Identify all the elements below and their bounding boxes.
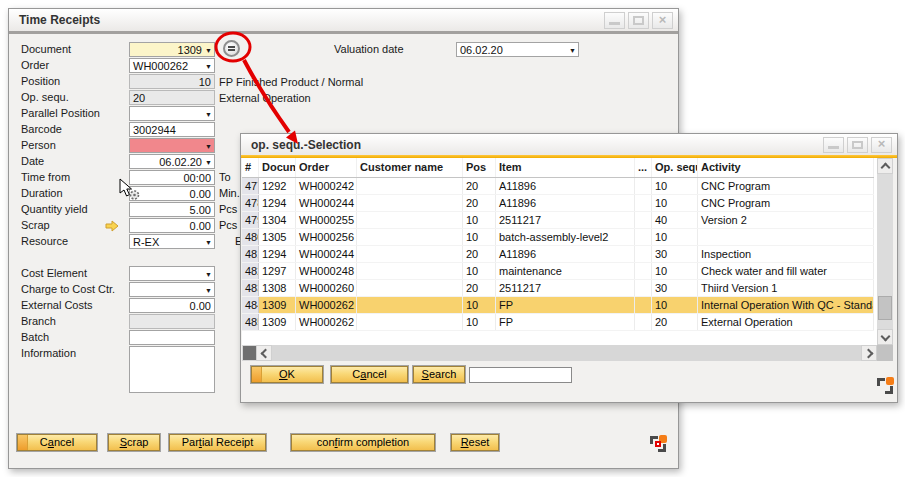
combo-arrow-icon[interactable]: ▼ <box>205 62 212 71</box>
date-field[interactable]: 06.02.20 ▼ <box>129 154 215 169</box>
duration-field[interactable]: 0.00 <box>129 186 215 201</box>
duration-unit-label: Min. <box>219 186 240 201</box>
time-from-label: Time from <box>21 170 125 185</box>
scrap-unit-label: Pcs <box>219 218 237 233</box>
combo-arrow-icon[interactable]: ▼ <box>205 238 212 247</box>
column-header[interactable]: Item <box>496 158 635 177</box>
list-lines-icon <box>228 46 235 48</box>
item-description-text: FP Finished Product / Normal <box>219 75 363 90</box>
combo-arrow-icon[interactable]: ▼ <box>205 286 212 295</box>
screen: Time Receipts × Document 1309 ▼ Order WH… <box>0 0 905 477</box>
batch-field[interactable] <box>129 330 215 345</box>
time-from-field[interactable]: 00:00 <box>129 170 215 185</box>
combo-arrow-icon[interactable]: ▼ <box>205 46 212 55</box>
branch-label: Branch <box>21 314 125 329</box>
chevron-left-icon <box>261 349 271 359</box>
quantity-yield-field[interactable]: 5.00 <box>129 202 215 217</box>
scroll-up-button[interactable] <box>877 158 893 174</box>
op-sequ-label: Op. sequ. <box>21 90 125 105</box>
minimize-icon <box>609 22 620 25</box>
table-row[interactable]: 4851309WH00026210FP20External Operation <box>242 314 874 331</box>
ok-button[interactable]: OK <box>251 366 323 383</box>
maximize-icon <box>633 16 644 25</box>
barcode-field[interactable]: 3002944 <box>129 122 215 137</box>
column-header[interactable]: Activity <box>698 158 874 177</box>
popup-maximize-button[interactable] <box>847 137 868 153</box>
table-row[interactable]: 4821297WH00024810maintenance10Check wate… <box>242 263 874 280</box>
parallel-position-label: Parallel Position <box>21 106 125 121</box>
quantity-unit-label: Pcs <box>219 202 237 217</box>
maximize-button[interactable] <box>628 12 649 29</box>
cancel-button[interactable]: Cancel <box>17 434 97 451</box>
scrollbar-thumb[interactable] <box>243 346 256 360</box>
document-label: Document <box>21 42 125 57</box>
combo-arrow-icon[interactable]: ▼ <box>569 46 576 55</box>
charge-to-cost-ctr-label: Charge to Cost Ctr. <box>21 282 125 297</box>
person-label: Person <box>21 138 125 153</box>
scrollbar-thumb[interactable] <box>878 296 892 320</box>
expand-form-icon[interactable] <box>877 377 894 394</box>
valuation-date-field[interactable]: 06.02.20 ▼ <box>456 42 579 57</box>
choose-from-list-button[interactable] <box>223 40 240 57</box>
external-costs-field[interactable]: 0.00 <box>129 298 215 313</box>
column-header[interactable]: Pos <box>463 158 496 177</box>
partial-receipt-button[interactable]: Partial Receipt <box>169 434 266 451</box>
expand-form-icon[interactable] <box>650 435 667 452</box>
resource-label: Resource <box>21 234 125 249</box>
search-button[interactable]: Search <box>413 366 465 383</box>
list-lines-icon <box>228 49 235 51</box>
minimize-button[interactable] <box>604 12 625 29</box>
vertical-scrollbar[interactable] <box>877 158 893 345</box>
scrap-button[interactable]: Scrap <box>108 434 160 451</box>
document-field[interactable]: 1309 ▼ <box>129 42 215 57</box>
scroll-down-button[interactable] <box>877 329 893 345</box>
scroll-left-button[interactable] <box>256 345 272 361</box>
table-row[interactable]: 4791304WH00025510251121740Version 2 <box>242 212 874 229</box>
table-row[interactable]: 4831308WH00026020251121730Thiird Version… <box>242 280 874 297</box>
branch-field <box>129 314 215 329</box>
horizontal-scrollbar[interactable] <box>242 345 877 361</box>
time-to-label: To <box>219 170 231 185</box>
cost-element-field[interactable]: ▼ <box>129 266 215 281</box>
popup-title-bar[interactable]: op. sequ.-Selection × <box>241 134 897 155</box>
column-header[interactable]: Customer name <box>357 158 463 177</box>
chevron-up-icon <box>881 163 891 173</box>
information-field[interactable] <box>129 346 215 393</box>
column-header[interactable]: Op. sequ. <box>652 158 698 177</box>
combo-arrow-icon[interactable]: ▼ <box>205 270 212 279</box>
close-button[interactable]: × <box>652 12 673 29</box>
table-row-selected[interactable]: 4841309WH00026210FP10Internal Operation … <box>242 297 874 314</box>
scrap-field[interactable]: 0.00 <box>129 218 215 233</box>
chevron-right-icon <box>864 349 874 359</box>
person-field[interactable]: ▼ <box>129 138 215 153</box>
table-row[interactable]: 4771292WH00024220A1189610CNC Program <box>242 178 874 195</box>
parallel-position-field[interactable]: ▼ <box>129 106 215 121</box>
combo-arrow-icon[interactable]: ▼ <box>205 158 212 167</box>
reset-button[interactable]: Reset <box>451 434 499 451</box>
popup-cancel-button[interactable]: Cancel <box>331 366 408 383</box>
external-costs-label: External Costs <box>21 298 125 313</box>
column-header[interactable]: ... <box>635 158 652 177</box>
scroll-right-button[interactable] <box>861 345 877 361</box>
popup-minimize-button[interactable] <box>823 137 844 153</box>
table-row[interactable]: 4801305WH00025610batch-assembly-level210 <box>242 229 874 246</box>
combo-arrow-icon[interactable]: ▼ <box>205 142 212 151</box>
title-bar[interactable]: Time Receipts × <box>9 9 678 31</box>
quantity-yield-label: Quantity yield <box>21 202 125 217</box>
resource-field[interactable]: R-EX ▼ <box>129 234 215 249</box>
table-row[interactable]: 4781294WH00024420A1189610CNC Program <box>242 195 874 212</box>
search-input[interactable] <box>469 367 572 383</box>
charge-to-cost-ctr-field[interactable]: ▼ <box>129 282 215 297</box>
combo-arrow-icon[interactable]: ▼ <box>205 110 212 119</box>
position-field: 10 <box>129 74 215 89</box>
table-row[interactable]: 4811294WH00024420A1189630Inspection <box>242 246 874 263</box>
confirm-completion-button[interactable]: confirm completion <box>291 434 435 451</box>
column-header[interactable]: Order <box>296 158 357 177</box>
order-label: Order <box>21 58 125 73</box>
column-header[interactable]: # <box>242 158 259 177</box>
column-header[interactable]: Docum <box>259 158 296 177</box>
information-label: Information <box>21 346 125 361</box>
popup-close-button[interactable]: × <box>871 137 892 153</box>
order-field[interactable]: WH000262 ▼ <box>129 58 215 73</box>
operation-type-text: External Operation <box>219 91 311 106</box>
